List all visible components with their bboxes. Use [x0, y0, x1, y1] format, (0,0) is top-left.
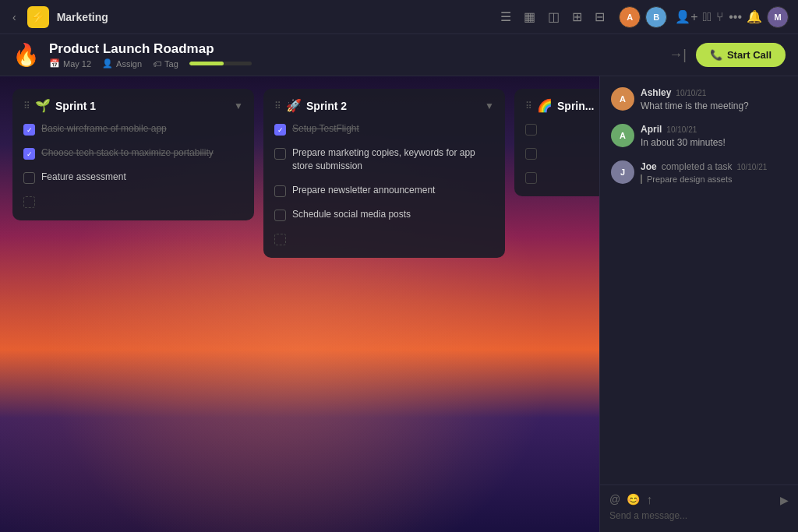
project-icon: 🔥: [12, 42, 40, 68]
sprint-2-name: Sprint 2: [306, 100, 480, 112]
kanban-board: ⠿ 🌱 Sprint 1 ▼ Basic wireframe of mobile…: [0, 76, 599, 532]
at-icon[interactable]: @: [609, 493, 620, 507]
project-header: 🔥 Product Launch Roadmap 📅 May 12 👤 Assi…: [0, 34, 798, 76]
project-right: →| 📞 Start Call: [669, 43, 786, 67]
chat-message: A April 10/10/21 In about 30 minutes!: [611, 124, 787, 150]
sprint-2-header: ⠿ 🚀 Sprint 2 ▼: [263, 89, 505, 119]
task-item: Schedule social media posts: [271, 205, 497, 224]
drag-handle-3[interactable]: ⠿: [525, 100, 532, 111]
view-calendar-icon[interactable]: ⊞: [572, 9, 582, 24]
view-more-icon[interactable]: ⊟: [595, 9, 605, 24]
sprint-1-header: ⠿ 🌱 Sprint 1 ▼: [12, 89, 254, 119]
phone-icon: 📞: [710, 49, 722, 61]
chat-task-reference: Prepare design assets: [641, 174, 787, 184]
task-item: Prepare newsletter announcement: [271, 181, 497, 200]
avatar-user2[interactable]: B: [645, 6, 667, 28]
tag-icon: 🏷: [153, 59, 161, 69]
chat-action-text: completed a task: [662, 160, 733, 174]
emoji-icon[interactable]: 😊: [627, 493, 640, 507]
project-assign[interactable]: 👤 Assign: [102, 58, 142, 69]
view-board-icon[interactable]: ▦: [524, 9, 535, 24]
task-checkbox[interactable]: [274, 185, 286, 197]
project-tag[interactable]: 🏷 Tag: [153, 59, 178, 69]
chat-meta: Joe completed a task 10/10/21: [641, 160, 787, 174]
task-add-checkbox[interactable]: [23, 196, 35, 208]
task-item: Feature assessment: [20, 167, 246, 187]
task-text: Schedule social media posts: [292, 208, 411, 221]
task-checkbox[interactable]: [23, 172, 35, 184]
chat-text: In about 30 minutes!: [641, 136, 787, 150]
workspace-title: Marketing: [57, 11, 108, 23]
sprint-card-3: ⠿ 🌈 Sprin...: [514, 89, 599, 196]
sprint-1-tasks: Basic wireframe of mobile app Choose tec…: [12, 119, 254, 220]
task-empty[interactable]: [525, 124, 537, 136]
sprint-1-chevron[interactable]: ▼: [234, 100, 243, 111]
sprint-1-name: Sprint 1: [55, 100, 229, 112]
person-icon: 👤: [102, 58, 113, 69]
avatar-user1[interactable]: A: [619, 6, 641, 28]
chat-meta: Ashley 10/10/21: [641, 87, 787, 98]
chat-username: April: [641, 124, 662, 135]
task-checkbox[interactable]: [274, 124, 286, 136]
task-checkbox[interactable]: [274, 148, 286, 160]
task-item: Prepare marketing copies, keywords for a…: [271, 143, 497, 176]
sprint-2-emoji: 🚀: [286, 98, 302, 113]
task-checkbox[interactable]: [23, 124, 35, 136]
add-member-icon[interactable]: 👤+: [675, 9, 697, 24]
project-info: Product Launch Roadmap 📅 May 12 👤 Assign…: [49, 41, 669, 69]
progress-fill: [189, 62, 224, 65]
project-title: Product Launch Roadmap: [49, 41, 669, 57]
drag-handle-2[interactable]: ⠿: [274, 100, 281, 111]
sprint-3-tasks: [514, 119, 599, 196]
collapse-panel-icon[interactable]: →|: [669, 47, 687, 63]
task-text: Feature assessment: [41, 171, 126, 184]
task-item: [522, 143, 599, 163]
task-add-item: [271, 229, 497, 248]
task-item: [522, 167, 599, 187]
drag-handle-1[interactable]: ⠿: [23, 100, 30, 111]
project-meta: 📅 May 12 👤 Assign 🏷 Tag: [49, 58, 669, 69]
task-empty[interactable]: [525, 172, 537, 184]
check-icon[interactable]: ✓⃝: [703, 10, 712, 24]
right-panel: A Ashley 10/10/21 What time is the meeti…: [599, 76, 798, 532]
calendar-icon: 📅: [49, 58, 60, 69]
chat-avatar: A: [611, 87, 634, 111]
send-button[interactable]: ▶: [780, 494, 789, 506]
nav-avatars: A B 👤+ ✓⃝ ⑂ ••• 🔔 M: [619, 6, 789, 28]
task-item: Setup TestFlight: [271, 119, 497, 139]
chat-placeholder-text[interactable]: Send a message...: [609, 507, 789, 524]
sprint-card-1: ⠿ 🌱 Sprint 1 ▼ Basic wireframe of mobile…: [12, 89, 254, 220]
chat-message: A Ashley 10/10/21 What time is the meeti…: [611, 87, 787, 113]
task-text: Choose tech stack to maximize portabilit…: [41, 146, 214, 160]
sprint-1-emoji: 🌱: [35, 98, 51, 113]
task-add-checkbox[interactable]: [274, 234, 286, 245]
sprint-2-tasks: Setup TestFlight Prepare marketing copie…: [263, 119, 505, 258]
sprint-card-2: ⠿ 🚀 Sprint 2 ▼ Setup TestFlight Prepare …: [263, 89, 505, 258]
view-timeline-icon[interactable]: ◫: [548, 9, 560, 24]
kanban-columns: ⠿ 🌱 Sprint 1 ▼ Basic wireframe of mobile…: [0, 76, 599, 532]
start-call-button[interactable]: 📞 Start Call: [696, 43, 786, 67]
chat-input-row: @ 😊 ↑ ▶: [609, 493, 789, 507]
chat-messages: A Ashley 10/10/21 What time is the meeti…: [600, 76, 798, 484]
chat-username: Ashley: [641, 87, 671, 98]
back-button[interactable]: ‹: [9, 8, 19, 26]
chat-message: J Joe completed a task 10/10/21 Prepare …: [611, 160, 787, 185]
task-checkbox[interactable]: [23, 148, 35, 160]
task-empty[interactable]: [525, 148, 537, 160]
project-date[interactable]: 📅 May 12: [49, 58, 91, 69]
chat-content: April 10/10/21 In about 30 minutes!: [641, 124, 787, 150]
bell-icon[interactable]: 🔔: [747, 9, 762, 24]
toolbar-icons: ☰ ▦ ◫ ⊞ ⊟: [500, 9, 605, 24]
app-logo: ⚡: [27, 6, 49, 28]
task-text: Prepare newsletter announcement: [292, 184, 435, 197]
branch-icon[interactable]: ⑂: [716, 10, 724, 24]
sprint-3-name: Sprin...: [557, 100, 597, 112]
more-icon[interactable]: •••: [729, 10, 742, 24]
task-checkbox[interactable]: [274, 210, 286, 221]
chat-username: Joe: [641, 161, 657, 172]
view-list-icon[interactable]: ☰: [500, 9, 511, 24]
avatar-current-user[interactable]: M: [767, 6, 789, 28]
task-add-item: [20, 192, 246, 211]
sprint-2-chevron[interactable]: ▼: [485, 100, 494, 111]
attach-icon[interactable]: ↑: [646, 493, 652, 507]
